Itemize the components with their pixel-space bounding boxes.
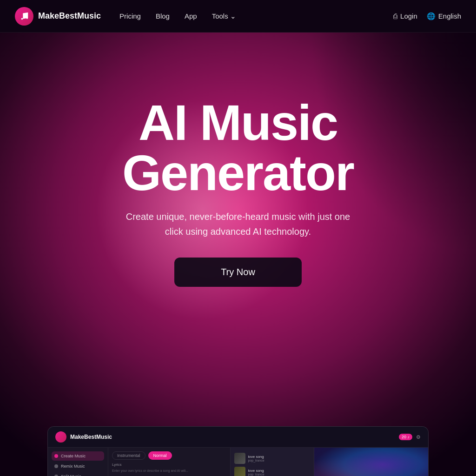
song-title-1: love song (248, 455, 310, 459)
nav-link-pricing[interactable]: Pricing (119, 12, 141, 20)
split-label: Split Music (61, 474, 81, 476)
app-preview: MakeBestMusic 20 ♪ ⚙ Create Music Remix … (47, 426, 429, 476)
song-title-2: love song (248, 469, 310, 473)
app-preview-tabs: Instrumental Normal (112, 451, 226, 460)
brand-name: MakeBestMusic (38, 11, 101, 21)
chevron-down-icon: ⌄ (230, 12, 236, 20)
login-button[interactable]: ⎙ Login (393, 12, 417, 20)
create-label: Create Music (61, 454, 86, 458)
hero-title-line1: AI Music (139, 94, 337, 151)
song-genre-1: pop_trance (248, 459, 310, 462)
app-preview-logo: MakeBestMusic (55, 431, 112, 443)
song-info-1: love song pop_trance (248, 455, 310, 462)
app-preview-badge: 20 ♪ (399, 434, 412, 440)
lyrics-placeholder: Enter your own lyrics or describe a song… (112, 469, 226, 473)
song-thumb-1 (234, 453, 245, 464)
lang-label: English (438, 12, 461, 20)
create-icon (54, 454, 58, 458)
nav-right: ⎙ Login 🌐 English (393, 12, 461, 20)
lyrics-label: Lyrics (112, 463, 226, 467)
app-preview-sidebar: Create Music Remix Music Split Music (48, 448, 108, 476)
tab-instrumental[interactable]: Instrumental (112, 451, 145, 460)
nav-logo[interactable]: MakeBestMusic (15, 7, 101, 26)
song-item-1[interactable]: love song pop_trance (234, 451, 310, 465)
nav-link-app[interactable]: App (185, 12, 197, 20)
remix-label: Remix Music (61, 464, 85, 469)
sidebar-item-remix[interactable]: Remix Music (52, 462, 104, 471)
hero-title: AI Music Generator (122, 98, 354, 198)
settings-icon: ⚙ (416, 434, 421, 440)
app-preview-bar: MakeBestMusic 20 ♪ ⚙ (48, 427, 428, 448)
hero-content: AI Music Generator Create unique, never-… (122, 98, 354, 287)
nav-links: Pricing Blog App Tools ⌄ (119, 12, 393, 20)
hero-section: AI Music Generator Create unique, never-… (0, 33, 476, 476)
login-label: Login (400, 12, 417, 20)
app-preview-body: Create Music Remix Music Split Music Ins… (48, 448, 428, 476)
try-now-button[interactable]: Try Now (174, 258, 302, 287)
login-icon: ⎙ (393, 12, 397, 20)
tab-normal[interactable]: Normal (148, 451, 172, 460)
remix-icon (54, 464, 58, 468)
nav-link-tools[interactable]: Tools ⌄ (212, 12, 236, 20)
song-genre-2: pop_trance (248, 473, 310, 476)
globe-icon: 🌐 (427, 12, 436, 20)
app-preview-songs: love song pop_trance love song pop_tranc… (231, 448, 314, 476)
song-thumb-2 (234, 467, 245, 476)
hero-title-line2: Generator (122, 145, 354, 201)
song-info-2: love song pop_trance (248, 469, 310, 476)
hero-subtitle: Create unique, never-before-heard music … (122, 209, 354, 239)
app-preview-main: Instrumental Normal Lyrics Enter your ow… (108, 448, 231, 476)
app-preview-brand: MakeBestMusic (70, 434, 112, 440)
app-preview-logo-icon (55, 431, 66, 443)
sidebar-item-split[interactable]: Split Music (52, 472, 104, 476)
nav-link-blog[interactable]: Blog (156, 12, 170, 20)
song-item-2[interactable]: love song pop_trance (234, 465, 310, 476)
app-preview-icons: 20 ♪ ⚙ (399, 434, 421, 440)
logo-icon (15, 7, 33, 26)
app-preview-visual (314, 448, 429, 476)
lang-selector[interactable]: 🌐 English (427, 12, 461, 20)
navbar: MakeBestMusic Pricing Blog App Tools ⌄ ⎙… (0, 0, 476, 33)
sidebar-item-create[interactable]: Create Music (52, 451, 104, 461)
music-icon (19, 11, 29, 21)
